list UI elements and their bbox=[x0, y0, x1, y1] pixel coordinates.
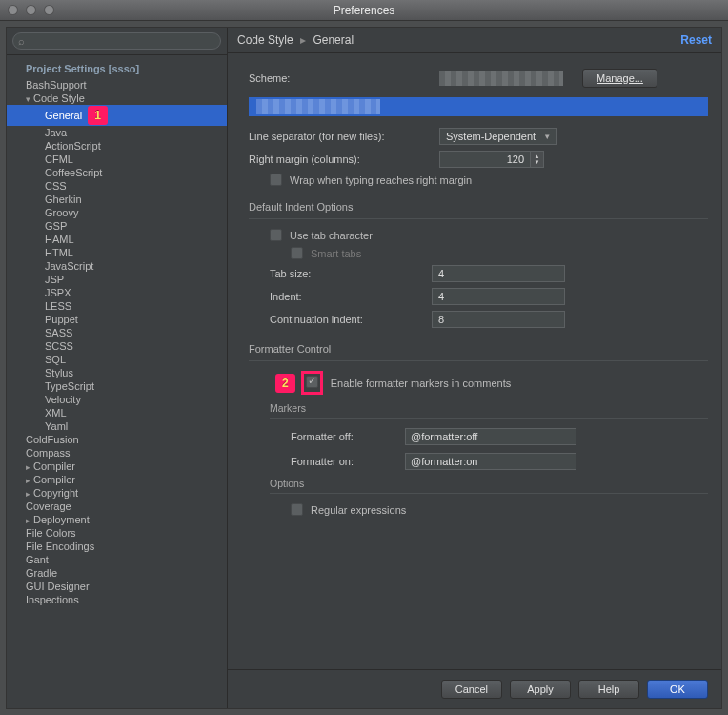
wrap-label: Wrap when typing reaches right margin bbox=[290, 174, 472, 186]
scheme-name-redacted bbox=[439, 71, 563, 86]
zoom-window-icon[interactable] bbox=[44, 5, 54, 15]
chevron-down-icon: ▼ bbox=[543, 133, 551, 141]
settings-tree[interactable]: Project Settings [ssso] BashSupport Code… bbox=[7, 55, 227, 708]
sidebar-subitem-stylus[interactable]: Stylus bbox=[7, 366, 227, 379]
sidebar-subitem-general[interactable]: General1 bbox=[7, 105, 227, 126]
callout-2-highlight bbox=[301, 371, 323, 395]
formatter-on-input[interactable] bbox=[405, 453, 576, 470]
banner-text-redacted bbox=[256, 99, 380, 114]
use-tab-checkbox[interactable] bbox=[270, 229, 282, 241]
sidebar-item-file-encodings[interactable]: File Encodings bbox=[7, 540, 227, 553]
close-window-icon[interactable] bbox=[8, 5, 18, 15]
spinner-arrows-icon[interactable]: ▲▼ bbox=[531, 151, 544, 168]
traffic-lights bbox=[8, 5, 54, 15]
right-margin-input[interactable] bbox=[439, 151, 531, 168]
sidebar-item-bashsupport[interactable]: BashSupport bbox=[7, 78, 227, 92]
regex-label: Regular expressions bbox=[311, 504, 406, 516]
right-margin-label: Right margin (columns): bbox=[249, 153, 439, 165]
cont-indent-input[interactable] bbox=[432, 311, 565, 328]
sidebar-subitem-scss[interactable]: SCSS bbox=[7, 339, 227, 353]
minimize-window-icon[interactable] bbox=[26, 5, 36, 15]
sidebar-item-copyright[interactable]: Copyright bbox=[7, 486, 227, 500]
sidebar-subitem-sass[interactable]: SASS bbox=[7, 326, 227, 339]
sidebar-subitem-yaml[interactable]: Yaml bbox=[7, 419, 227, 433]
sidebar-subitem-groovy[interactable]: Groovy bbox=[7, 206, 227, 219]
regex-checkbox[interactable] bbox=[291, 503, 303, 516]
sidebar-subitem-actionscript[interactable]: ActionScript bbox=[7, 139, 227, 153]
wrap-checkbox[interactable] bbox=[270, 174, 282, 186]
window-title: Preferences bbox=[0, 4, 728, 17]
breadcrumb-root[interactable]: Code Style bbox=[237, 33, 293, 47]
formatter-on-label: Formatter on: bbox=[291, 456, 405, 467]
sidebar-subitem-gsp[interactable]: GSP bbox=[7, 219, 227, 233]
sidebar-item-coverage[interactable]: Coverage bbox=[7, 500, 227, 513]
window-titlebar: Preferences bbox=[0, 0, 728, 21]
sidebar-item-file-colors[interactable]: File Colors bbox=[7, 526, 227, 540]
callout-2-badge: 2 bbox=[275, 374, 295, 393]
sidebar-subitem-haml[interactable]: HAML bbox=[7, 233, 227, 246]
sidebar-subitem-xml[interactable]: XML bbox=[7, 406, 227, 419]
smart-tabs-label: Smart tabs bbox=[311, 248, 361, 259]
formatter-off-input[interactable] bbox=[405, 428, 576, 445]
search-input[interactable] bbox=[12, 32, 221, 50]
indent-input[interactable] bbox=[432, 288, 565, 305]
sidebar-subitem-coffeescript[interactable]: CoffeeScript bbox=[7, 166, 227, 179]
sidebar-item-compiler[interactable]: Compiler bbox=[7, 473, 227, 486]
sidebar-subitem-jspx[interactable]: JSPX bbox=[7, 286, 227, 299]
cont-indent-label: Continuation indent: bbox=[270, 314, 432, 325]
smart-tabs-checkbox bbox=[291, 247, 303, 259]
options-subtitle: Options bbox=[249, 478, 708, 489]
sidebar-item-compiler[interactable]: Compiler bbox=[7, 460, 227, 473]
sidebar-subitem-typescript[interactable]: TypeScript bbox=[7, 379, 227, 393]
sidebar-item-code-style[interactable]: Code Style bbox=[7, 92, 227, 105]
sidebar-item-inspections[interactable]: Inspections bbox=[7, 593, 227, 606]
sidebar-subitem-sql[interactable]: SQL bbox=[7, 353, 227, 366]
sidebar-subitem-html[interactable]: HTML bbox=[7, 246, 227, 259]
sidebar-item-gui-designer[interactable]: GUI Designer bbox=[7, 580, 227, 593]
sidebar-item-deployment[interactable]: Deployment bbox=[7, 513, 227, 526]
sidebar-subitem-velocity[interactable]: Velocity bbox=[7, 393, 227, 406]
enable-formatter-markers-label: Enable formatter markers in comments bbox=[331, 378, 512, 389]
apply-button[interactable]: Apply bbox=[510, 680, 571, 699]
sidebar-subitem-cfml[interactable]: CFML bbox=[7, 153, 227, 166]
sidebar-subitem-less[interactable]: LESS bbox=[7, 299, 227, 313]
line-sep-value: System-Dependent bbox=[446, 131, 536, 142]
sidebar-subitem-java[interactable]: Java bbox=[7, 126, 227, 139]
markers-subtitle: Markers bbox=[249, 402, 708, 414]
sidebar-subitem-puppet[interactable]: Puppet bbox=[7, 313, 227, 326]
sidebar-subitem-css[interactable]: CSS bbox=[7, 179, 227, 193]
reset-link[interactable]: Reset bbox=[680, 33, 712, 47]
tab-size-input[interactable] bbox=[432, 265, 565, 282]
indent-label: Indent: bbox=[270, 291, 432, 302]
formatter-section-title: Formatter Control bbox=[249, 343, 708, 355]
breadcrumb: Code Style ▸ General Reset bbox=[228, 28, 721, 53]
use-tab-label: Use tab character bbox=[290, 230, 373, 241]
scheme-label: Scheme: bbox=[249, 72, 439, 84]
line-sep-select[interactable]: System-Dependent ▼ bbox=[439, 128, 557, 145]
callout-1-badge: 1 bbox=[88, 106, 108, 125]
breadcrumb-leaf: General bbox=[313, 33, 354, 47]
sidebar-item-compass[interactable]: Compass bbox=[7, 446, 227, 460]
sidebar-item-gradle[interactable]: Gradle bbox=[7, 566, 227, 580]
formatter-off-label: Formatter off: bbox=[291, 431, 405, 442]
help-button[interactable]: Help bbox=[578, 680, 639, 699]
tab-size-label: Tab size: bbox=[270, 268, 432, 279]
sidebar-item-gant[interactable]: Gant bbox=[7, 553, 227, 566]
indent-section-title: Default Indent Options bbox=[249, 201, 708, 213]
cancel-button[interactable]: Cancel bbox=[441, 680, 502, 699]
chevron-right-icon: ▸ bbox=[300, 33, 306, 47]
scheme-banner bbox=[249, 97, 708, 116]
enable-formatter-markers-checkbox[interactable] bbox=[306, 376, 318, 388]
manage-scheme-button[interactable]: Manage... bbox=[582, 69, 657, 88]
sidebar-subitem-gherkin[interactable]: Gherkin bbox=[7, 193, 227, 206]
line-sep-label: Line separator (for new files): bbox=[249, 131, 439, 142]
sidebar-subitem-jsp[interactable]: JSP bbox=[7, 273, 227, 286]
sidebar-item-coldfusion[interactable]: ColdFusion bbox=[7, 433, 227, 446]
ok-button[interactable]: OK bbox=[647, 680, 708, 699]
search-icon: ⌕ bbox=[18, 35, 25, 47]
sidebar-subitem-javascript[interactable]: JavaScript bbox=[7, 259, 227, 273]
project-settings-header: Project Settings [ssso] bbox=[7, 59, 227, 78]
